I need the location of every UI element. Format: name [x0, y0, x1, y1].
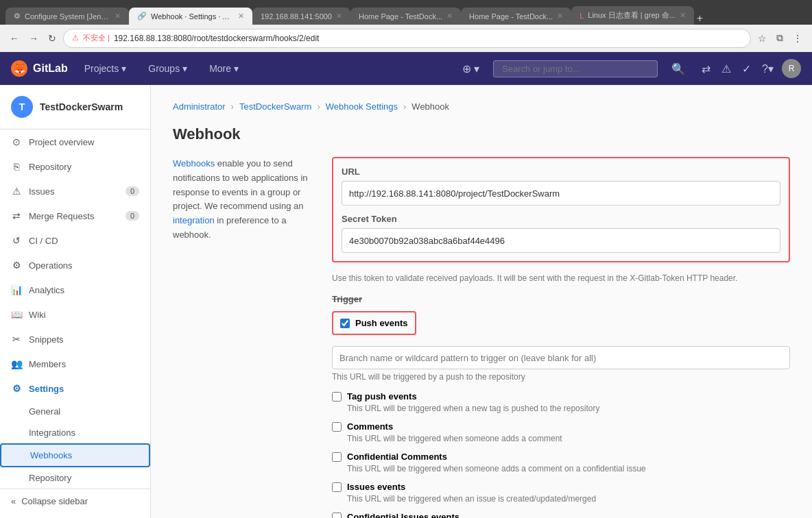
tag-push-label[interactable]: Tag push events: [347, 391, 417, 402]
sidebar-item-label: Analytics: [29, 285, 64, 295]
collapse-sidebar-button[interactable]: « Collapse sidebar: [0, 489, 150, 513]
tab-3-close[interactable]: ✕: [336, 12, 342, 21]
push-events-box: Push events: [332, 311, 416, 335]
push-events-label[interactable]: Push events: [355, 318, 408, 328]
sidebar-item-settings[interactable]: ⚙ Settings: [0, 376, 150, 401]
sidebar-user-section: T TestDockerSwarm: [0, 85, 150, 130]
address-prefix: 不安全 |: [83, 33, 110, 43]
event-row-issues: Issues events This URL will be triggered…: [332, 482, 790, 504]
sidebar-item-repository[interactable]: ⎘ Repository: [0, 154, 150, 179]
extensions-button[interactable]: ⧉: [774, 29, 786, 47]
tag-push-checkbox[interactable]: [332, 392, 342, 402]
tab-1-close[interactable]: ✕: [115, 12, 121, 21]
tab-5-close[interactable]: ✕: [557, 12, 563, 21]
comments-label[interactable]: Comments: [347, 421, 393, 432]
sidebar-item-label: Settings: [29, 384, 64, 394]
collapse-icon: «: [11, 496, 16, 506]
sidebar-sub-integrations[interactable]: Integrations: [0, 422, 150, 443]
sidebar-item-label: Snippets: [29, 334, 64, 345]
help-icon[interactable]: ?▾: [759, 60, 776, 78]
event-row-tag-push: Tag push events This URL will be trigger…: [332, 391, 790, 413]
back-button[interactable]: ←: [7, 30, 22, 47]
gitlab-logo: 🦊 GitLab: [11, 60, 68, 77]
sidebar-sub-repository[interactable]: Repository: [0, 467, 150, 489]
issues-events-label[interactable]: Issues events: [347, 482, 405, 492]
webhook-description: Webhooks enable you to send notification…: [173, 157, 310, 518]
url-input[interactable]: [342, 181, 780, 206]
issues-events-checkbox[interactable]: [332, 482, 342, 492]
reload-button[interactable]: ↻: [45, 30, 59, 47]
new-tab-button[interactable]: +: [697, 12, 703, 25]
merge-requests-icon[interactable]: ⇄: [699, 60, 713, 78]
webhooks-link[interactable]: Webhooks: [173, 158, 215, 169]
sidebar-item-operations[interactable]: ⚙ Operations: [0, 253, 150, 278]
wiki-icon: 📖: [11, 309, 22, 320]
trigger-section: Trigger Push events This URL will be tri…: [332, 294, 790, 518]
browser-tab-6[interactable]: L Linux 日志查看 | grep 命... ✕: [571, 6, 694, 25]
sidebar-item-label: Issues: [29, 186, 55, 197]
integration-link[interactable]: integration: [173, 215, 215, 225]
browser-tab-2[interactable]: 🔗 Webhook · Settings · Ac... ✕: [129, 8, 252, 25]
sidebar-item-wiki[interactable]: 📖 Wiki: [0, 302, 150, 327]
branch-filter-input[interactable]: [332, 346, 790, 369]
browser-tab-1[interactable]: ⚙ Configure System [Jenk... ✕: [5, 8, 129, 25]
sidebar: T TestDockerSwarm ⊙ Project overview ⎘ R…: [0, 85, 151, 518]
url-label: URL: [342, 166, 780, 177]
secret-token-input[interactable]: [342, 228, 780, 253]
trigger-label: Trigger: [332, 294, 790, 304]
sidebar-item-snippets[interactable]: ✂ Snippets: [0, 327, 150, 352]
address-bar[interactable]: ⚠ 不安全 | 192.168.88.138:8080/root/testdoc…: [63, 29, 751, 48]
sidebar-project-avatar: T: [11, 96, 33, 118]
sidebar-item-label: Project overview: [29, 137, 94, 147]
todo-icon[interactable]: ✓: [739, 60, 754, 78]
nav-more[interactable]: More ▾: [204, 60, 244, 77]
sidebar-item-merge-requests[interactable]: ⇄ Merge Requests 0: [0, 204, 150, 228]
breadcrumb-sep-2: ›: [317, 101, 320, 112]
forward-button[interactable]: →: [26, 30, 41, 47]
breadcrumb-admin[interactable]: Administrator: [173, 101, 226, 112]
ci-cd-icon: ↺: [11, 235, 22, 246]
tab-3-title: 192.168.88.141:5000: [261, 12, 332, 21]
user-avatar[interactable]: R: [782, 59, 801, 78]
chevron-down-icon: ▾: [121, 63, 126, 74]
sidebar-sub-webhooks[interactable]: Webhooks: [0, 443, 150, 467]
tab-5-title: Home Page - TestDock...: [469, 12, 553, 21]
browser-tab-5[interactable]: Home Page - TestDock... ✕: [461, 8, 571, 25]
bookmark-button[interactable]: ☆: [755, 30, 769, 47]
address-url: 192.168.88.138:8080/root/testdockerswarm…: [114, 34, 320, 43]
push-events-checkbox[interactable]: [340, 319, 350, 328]
sidebar-sub-general[interactable]: General: [0, 401, 150, 422]
event-row-confidential-issues: Confidential Issues events This URL will…: [332, 512, 790, 518]
browser-tab-4[interactable]: Home Page - TestDock... ✕: [350, 8, 461, 25]
breadcrumb-project[interactable]: TestDockerSwarm: [239, 101, 311, 112]
sidebar-item-issues[interactable]: ⚠ Issues 0: [0, 179, 150, 204]
nav-groups[interactable]: Groups ▾: [143, 60, 193, 77]
browser-tab-3[interactable]: 192.168.88.141:5000 ✕: [252, 8, 350, 25]
plus-icon[interactable]: ⊕ ▾: [459, 60, 482, 78]
sidebar-item-ci-cd[interactable]: ↺ CI / CD: [0, 228, 150, 253]
tab-4-close[interactable]: ✕: [446, 12, 453, 21]
search-icon[interactable]: 🔍: [669, 60, 688, 78]
issues-icon[interactable]: ⚠: [719, 60, 734, 78]
confidential-issues-checkbox[interactable]: [332, 513, 342, 519]
nav-projects[interactable]: Projects ▾: [79, 60, 132, 77]
merge-requests-badge: 0: [126, 211, 139, 221]
breadcrumb-webhook-settings[interactable]: Webhook Settings: [326, 101, 398, 112]
confidential-comments-label[interactable]: Confidential Comments: [347, 452, 447, 462]
confidential-comments-checkbox[interactable]: [332, 452, 342, 462]
home-icon: ⊙: [11, 136, 22, 147]
sidebar-item-members[interactable]: 👥 Members: [0, 352, 150, 376]
global-search-input[interactable]: [493, 60, 658, 77]
content-area: Administrator › TestDockerSwarm › Webhoo…: [151, 85, 812, 518]
confidential-issues-label[interactable]: Confidential Issues events: [347, 512, 459, 518]
lock-icon: ⚠: [72, 34, 79, 42]
tag-push-desc: This URL will be triggered when a new ta…: [347, 404, 790, 413]
sidebar-item-project-overview[interactable]: ⊙ Project overview: [0, 130, 150, 154]
sidebar-item-analytics[interactable]: 📊 Analytics: [0, 278, 150, 302]
menu-button[interactable]: ⋮: [790, 30, 805, 47]
comments-checkbox[interactable]: [332, 422, 342, 432]
settings-icon: ⚙: [11, 383, 22, 394]
analytics-icon: 📊: [11, 284, 22, 295]
tab-6-close[interactable]: ✕: [680, 11, 686, 20]
tab-2-close[interactable]: ✕: [238, 12, 244, 21]
